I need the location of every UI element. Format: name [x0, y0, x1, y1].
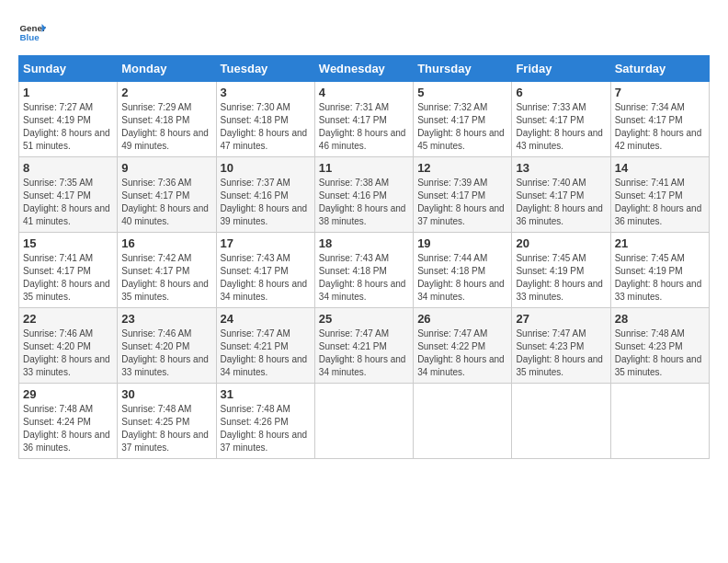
day-number: 31	[221, 387, 311, 401]
day-number: 25	[319, 312, 409, 326]
day-info: Sunrise: 7:41 AMSunset: 4:17 PMDaylight:…	[615, 177, 705, 228]
day-number: 24	[221, 312, 311, 326]
calendar-cell: 20Sunrise: 7:45 AMSunset: 4:19 PMDayligh…	[512, 233, 610, 308]
day-number: 28	[615, 312, 705, 326]
header-friday: Friday	[512, 56, 610, 82]
day-info: Sunrise: 7:48 AMSunset: 4:24 PMDaylight:…	[23, 403, 113, 454]
day-info: Sunrise: 7:40 AMSunset: 4:17 PMDaylight:…	[516, 177, 606, 228]
day-number: 17	[221, 236, 311, 250]
day-info: Sunrise: 7:43 AMSunset: 4:17 PMDaylight:…	[221, 252, 311, 304]
calendar-cell: 9Sunrise: 7:36 AMSunset: 4:17 PMDaylight…	[118, 157, 216, 233]
calendar-cell: 10Sunrise: 7:37 AMSunset: 4:16 PMDayligh…	[216, 157, 314, 233]
calendar-cell: 6Sunrise: 7:33 AMSunset: 4:17 PMDaylight…	[512, 82, 610, 157]
day-info: Sunrise: 7:39 AMSunset: 4:17 PMDaylight:…	[417, 177, 507, 228]
calendar-week-row: 8Sunrise: 7:35 AMSunset: 4:17 PMDaylight…	[19, 157, 710, 233]
calendar-cell: 5Sunrise: 7:32 AMSunset: 4:17 PMDaylight…	[414, 82, 512, 157]
calendar-cell: 26Sunrise: 7:47 AMSunset: 4:22 PMDayligh…	[414, 308, 512, 384]
day-number: 13	[516, 161, 606, 175]
header-thursday: Thursday	[414, 56, 512, 82]
day-number: 10	[221, 161, 311, 175]
day-number: 29	[23, 387, 113, 401]
calendar-cell: 25Sunrise: 7:47 AMSunset: 4:21 PMDayligh…	[314, 308, 413, 384]
day-number: 21	[615, 236, 705, 250]
day-number: 12	[417, 161, 507, 175]
day-info: Sunrise: 7:46 AMSunset: 4:20 PMDaylight:…	[121, 327, 211, 379]
logo-icon: General Blue	[18, 18, 46, 46]
day-number: 7	[615, 86, 705, 99]
calendar-cell: 2Sunrise: 7:29 AMSunset: 4:18 PMDaylight…	[118, 82, 216, 157]
calendar-week-row: 22Sunrise: 7:46 AMSunset: 4:20 PMDayligh…	[19, 308, 710, 384]
day-info: Sunrise: 7:45 AMSunset: 4:19 PMDaylight:…	[615, 252, 705, 304]
calendar-cell: 27Sunrise: 7:47 AMSunset: 4:23 PMDayligh…	[512, 308, 610, 384]
calendar-week-row: 15Sunrise: 7:41 AMSunset: 4:17 PMDayligh…	[19, 233, 710, 308]
day-number: 18	[319, 236, 409, 250]
day-number: 19	[417, 236, 507, 250]
day-info: Sunrise: 7:36 AMSunset: 4:17 PMDaylight:…	[121, 177, 211, 228]
day-number: 16	[121, 236, 211, 250]
day-info: Sunrise: 7:46 AMSunset: 4:20 PMDaylight:…	[23, 327, 113, 379]
day-number: 9	[121, 161, 211, 175]
day-number: 8	[23, 161, 113, 175]
day-info: Sunrise: 7:34 AMSunset: 4:17 PMDaylight:…	[615, 101, 705, 153]
day-number: 14	[615, 161, 705, 175]
calendar-cell: 14Sunrise: 7:41 AMSunset: 4:17 PMDayligh…	[610, 157, 709, 233]
day-number: 11	[319, 161, 409, 175]
calendar-cell: 23Sunrise: 7:46 AMSunset: 4:20 PMDayligh…	[118, 308, 216, 384]
calendar-table: SundayMondayTuesdayWednesdayThursdayFrid…	[18, 55, 710, 459]
header-monday: Monday	[118, 56, 216, 82]
calendar-cell: 4Sunrise: 7:31 AMSunset: 4:17 PMDaylight…	[314, 82, 413, 157]
day-info: Sunrise: 7:43 AMSunset: 4:18 PMDaylight:…	[319, 252, 409, 304]
calendar-week-row: 1Sunrise: 7:27 AMSunset: 4:19 PMDaylight…	[19, 82, 710, 157]
day-info: Sunrise: 7:33 AMSunset: 4:17 PMDaylight:…	[516, 101, 606, 153]
calendar-cell: 1Sunrise: 7:27 AMSunset: 4:19 PMDaylight…	[19, 82, 118, 157]
day-info: Sunrise: 7:32 AMSunset: 4:17 PMDaylight:…	[417, 101, 507, 153]
day-info: Sunrise: 7:35 AMSunset: 4:17 PMDaylight:…	[23, 177, 113, 228]
day-number: 22	[23, 312, 113, 326]
calendar-cell: 11Sunrise: 7:38 AMSunset: 4:16 PMDayligh…	[314, 157, 413, 233]
day-number: 15	[23, 236, 113, 250]
day-info: Sunrise: 7:42 AMSunset: 4:17 PMDaylight:…	[121, 252, 211, 304]
day-info: Sunrise: 7:44 AMSunset: 4:18 PMDaylight:…	[417, 252, 507, 304]
calendar-cell: 13Sunrise: 7:40 AMSunset: 4:17 PMDayligh…	[512, 157, 610, 233]
day-info: Sunrise: 7:27 AMSunset: 4:19 PMDaylight:…	[23, 101, 113, 153]
header-sunday: Sunday	[19, 56, 118, 82]
calendar-cell: 8Sunrise: 7:35 AMSunset: 4:17 PMDaylight…	[19, 157, 118, 233]
calendar-cell: 7Sunrise: 7:34 AMSunset: 4:17 PMDaylight…	[610, 82, 709, 157]
svg-text:Blue: Blue	[20, 32, 40, 42]
calendar-cell: 28Sunrise: 7:48 AMSunset: 4:23 PMDayligh…	[610, 308, 709, 384]
header-wednesday: Wednesday	[314, 56, 413, 82]
day-number: 2	[121, 86, 211, 99]
day-number: 26	[417, 312, 507, 326]
calendar-cell	[512, 384, 610, 459]
calendar-cell: 12Sunrise: 7:39 AMSunset: 4:17 PMDayligh…	[414, 157, 512, 233]
calendar-cell	[314, 384, 413, 459]
day-number: 30	[121, 387, 211, 401]
day-info: Sunrise: 7:30 AMSunset: 4:18 PMDaylight:…	[221, 101, 311, 153]
logo: General Blue	[18, 18, 46, 46]
calendar-cell: 17Sunrise: 7:43 AMSunset: 4:17 PMDayligh…	[216, 233, 314, 308]
day-info: Sunrise: 7:47 AMSunset: 4:21 PMDaylight:…	[221, 327, 311, 379]
calendar-cell: 16Sunrise: 7:42 AMSunset: 4:17 PMDayligh…	[118, 233, 216, 308]
header: General Blue	[18, 18, 710, 46]
calendar-cell	[610, 384, 709, 459]
day-info: Sunrise: 7:47 AMSunset: 4:21 PMDaylight:…	[319, 327, 409, 379]
calendar-cell: 22Sunrise: 7:46 AMSunset: 4:20 PMDayligh…	[19, 308, 118, 384]
calendar-cell: 29Sunrise: 7:48 AMSunset: 4:24 PMDayligh…	[19, 384, 118, 459]
calendar-week-row: 29Sunrise: 7:48 AMSunset: 4:24 PMDayligh…	[19, 384, 710, 459]
day-info: Sunrise: 7:48 AMSunset: 4:26 PMDaylight:…	[221, 403, 311, 454]
day-info: Sunrise: 7:31 AMSunset: 4:17 PMDaylight:…	[319, 101, 409, 153]
calendar-cell: 19Sunrise: 7:44 AMSunset: 4:18 PMDayligh…	[414, 233, 512, 308]
day-number: 5	[417, 86, 507, 99]
header-tuesday: Tuesday	[216, 56, 314, 82]
day-info: Sunrise: 7:45 AMSunset: 4:19 PMDaylight:…	[516, 252, 606, 304]
calendar-cell: 30Sunrise: 7:48 AMSunset: 4:25 PMDayligh…	[118, 384, 216, 459]
day-info: Sunrise: 7:29 AMSunset: 4:18 PMDaylight:…	[121, 101, 211, 153]
calendar-cell: 21Sunrise: 7:45 AMSunset: 4:19 PMDayligh…	[610, 233, 709, 308]
calendar-cell	[414, 384, 512, 459]
day-number: 6	[516, 86, 606, 99]
calendar-header-row: SundayMondayTuesdayWednesdayThursdayFrid…	[19, 56, 710, 82]
day-number: 27	[516, 312, 606, 326]
calendar-cell: 3Sunrise: 7:30 AMSunset: 4:18 PMDaylight…	[216, 82, 314, 157]
day-number: 3	[221, 86, 311, 99]
day-info: Sunrise: 7:47 AMSunset: 4:22 PMDaylight:…	[417, 327, 507, 379]
